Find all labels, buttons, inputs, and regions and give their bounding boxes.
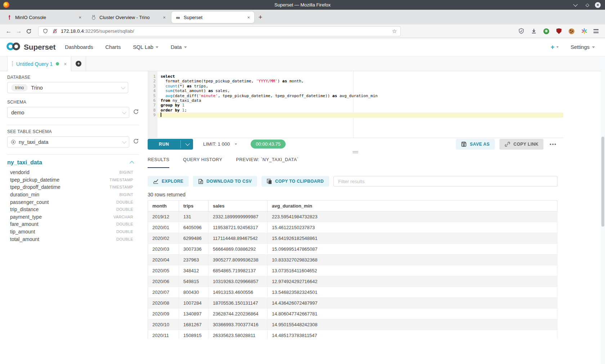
url-path: :32295/superset/sqllab/ <box>84 28 134 34</box>
table-row: 2020/11150891526335623.5802881114.485173… <box>148 330 557 339</box>
table-cell: 800430 <box>179 287 209 298</box>
table-row: 2020/0654981510319263.02996685712.974924… <box>148 276 557 287</box>
table-cell: 2020/10 <box>148 319 179 330</box>
results-table-wrap[interactable]: monthtripssalesavg_duration_min 2019/121… <box>148 200 557 339</box>
menu-data[interactable]: Data <box>171 44 187 50</box>
table-cell: 15.096995147865087 <box>268 244 557 255</box>
window-close-icon[interactable]: × <box>595 2 601 8</box>
download-csv-button[interactable]: DOWNLOAD TO CSV <box>193 176 257 187</box>
refresh-tables-icon[interactable] <box>133 138 139 146</box>
column-name: tpep_dropoff_datetime <box>10 184 60 190</box>
browser-tab-minio[interactable]: MinIO Console × <box>3 12 86 23</box>
insecure-lock-icon[interactable] <box>51 28 58 35</box>
url-text[interactable]: 172.18.0.4:32295/superset/sqllab/ <box>61 28 389 34</box>
cookie-icon[interactable] <box>568 28 575 35</box>
table-header-row: monthtripssalesavg_duration_min <box>148 201 557 211</box>
collapse-chevron-icon[interactable] <box>130 161 134 165</box>
table-cell: 12.974924292716642 <box>268 276 557 287</box>
copy-clipboard-button[interactable]: COPY TO CLIPBOARD <box>261 176 329 187</box>
more-options-icon[interactable]: ••• <box>548 141 558 147</box>
column-name: duration_min <box>10 192 39 197</box>
column-name: tpep_pickup_datetime <box>10 177 59 183</box>
column-list-item: duration_minBIGINT <box>7 191 139 199</box>
browser-tab-trino[interactable]: Cluster Overview - Trino × <box>87 12 170 23</box>
settings-menu[interactable]: Settings <box>571 44 595 50</box>
add-query-tab-button[interactable]: + <box>71 56 86 71</box>
pinwheel-extension-icon[interactable] <box>581 28 587 35</box>
ublock-shield-icon[interactable] <box>556 28 562 35</box>
line-number: 2 <box>148 79 157 83</box>
bookmark-star-icon[interactable]: ☆ <box>392 28 397 35</box>
limit-dropdown[interactable]: LIMIT: 1 000 <box>203 141 237 147</box>
line-number: 5 <box>148 94 157 98</box>
link-icon <box>505 141 510 147</box>
save-as-button[interactable]: SAVE AS <box>456 139 495 150</box>
permissions-shield-icon[interactable] <box>42 28 49 35</box>
table-cell: 3905277.8099936238 <box>209 255 268 265</box>
line-chart-icon <box>153 179 158 184</box>
page-scrollbar[interactable] <box>601 56 605 364</box>
circle-plus-icon: + <box>76 61 81 67</box>
table-row: 2020/08100728418705536.15013114714.43642… <box>148 298 557 309</box>
query-tab-title: Untitled Query 1 <box>16 61 53 67</box>
add-new-button[interactable]: + <box>551 44 559 50</box>
browser-tab-bar: MinIO Console × Cluster Overview - Trino… <box>0 10 605 24</box>
window-title: Superset — Mozilla Firefox <box>0 2 605 8</box>
scrollbar-thumb[interactable] <box>601 137 604 227</box>
run-button-label[interactable]: RUN <box>148 139 180 150</box>
column-name: total_amount <box>10 236 39 242</box>
chevron-down-icon <box>121 85 126 90</box>
table-cell: 6299486 <box>179 233 209 244</box>
database-select[interactable]: trino Trino <box>7 82 128 93</box>
column-type: DOUBLE <box>116 222 133 226</box>
query-tab-untitled[interactable]: Untitled Query 1 × <box>7 56 71 71</box>
run-button[interactable]: RUN <box>148 139 193 150</box>
table-cell: 1007284 <box>179 298 209 309</box>
tab-close-icon[interactable]: × <box>246 15 251 20</box>
new-tab-button[interactable]: + <box>255 10 266 24</box>
run-options-chevron-icon[interactable] <box>181 139 193 150</box>
browser-tab-superset[interactable]: ∞ Superset × <box>171 12 254 23</box>
table-header-cell[interactable]: sales <box>209 201 268 211</box>
copy-link-button[interactable]: COPY LINK <box>499 139 544 150</box>
back-button[interactable]: ← <box>4 26 14 36</box>
menu-charts[interactable]: Charts <box>105 44 121 50</box>
table-cell: 223.59541984732823 <box>268 211 557 222</box>
tab-results[interactable]: RESULTS <box>148 157 169 168</box>
schema-select[interactable]: demo <box>7 107 129 118</box>
tab-query-history[interactable]: QUERY HISTORY <box>183 157 222 168</box>
menu-dashboards[interactable]: Dashboards <box>65 44 93 50</box>
url-bar[interactable]: 172.18.0.4:32295/superset/sqllab/ ☆ <box>38 26 401 36</box>
protection-shield-icon[interactable] <box>518 28 524 35</box>
tab-close-icon[interactable]: × <box>78 15 82 20</box>
caret-down-icon <box>235 144 237 145</box>
table-header-cell[interactable]: trips <box>179 201 209 211</box>
filter-results-input[interactable] <box>333 176 557 187</box>
refresh-schemas-icon[interactable] <box>133 109 139 116</box>
explore-button[interactable]: EXPLORE <box>148 176 189 187</box>
reload-button[interactable] <box>24 26 34 36</box>
pane-resize-grip[interactable] <box>148 150 563 154</box>
sql-editor[interactable]: 123456789 select format_datetime(tpep_pi… <box>148 71 563 138</box>
menu-hamburger-icon[interactable] <box>593 29 599 33</box>
table-header-cell[interactable]: month <box>148 201 179 211</box>
tab-close-icon[interactable]: × <box>162 15 166 20</box>
window-maximize-icon[interactable]: ◇ <box>586 3 589 7</box>
window-minimize-icon[interactable] <box>570 0 580 10</box>
tab-preview-table[interactable]: PREVIEW: `NY_TAXI_DATA` <box>236 157 299 168</box>
table-header-cell[interactable]: avg_duration_min <box>268 201 557 211</box>
tab-title: Superset <box>184 15 243 20</box>
extension-green-icon[interactable] <box>543 28 550 35</box>
drag-grip-icon[interactable] <box>12 61 13 67</box>
menu-sql-lab[interactable]: SQL Lab <box>133 44 158 50</box>
downloads-icon[interactable] <box>530 28 537 35</box>
forward-button[interactable]: → <box>14 26 24 36</box>
schema-select-value: demo <box>11 110 24 115</box>
query-timer-badge: 00:00:43.75 <box>251 140 286 149</box>
column-type: TIMESTAMP <box>109 178 133 182</box>
line-number: 8 <box>148 108 157 113</box>
sql-code[interactable]: select format_datetime(tpep_pickup_datet… <box>157 71 563 138</box>
table-select[interactable]: ny_taxi_data <box>7 136 129 147</box>
table-schema-title[interactable]: ny_taxi_data <box>7 159 42 166</box>
query-tab-close-icon[interactable]: × <box>64 61 67 67</box>
